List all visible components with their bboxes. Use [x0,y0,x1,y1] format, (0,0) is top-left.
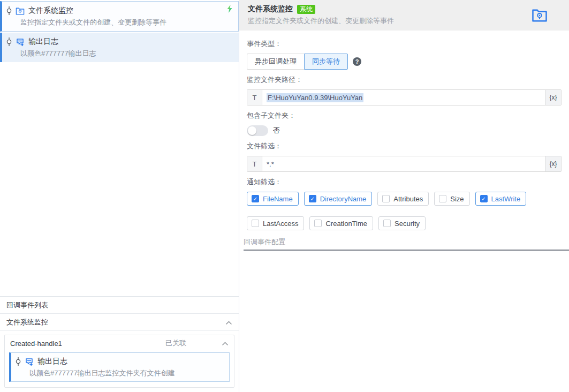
file-filter-input[interactable]: *.* [262,156,545,171]
system-badge: 系统 [297,5,315,14]
step-title: 文件系统监控 [28,6,73,16]
toggle-knob [248,126,256,135]
include-subfolder-row: 否 [247,125,562,136]
checkbox-label: FileName [263,195,293,203]
step-title: 输出日志 [28,37,58,47]
callback-group-file-system-monitor[interactable]: 文件系统监控 [0,314,239,331]
checkbox-unchecked-icon [382,195,390,202]
callback-handle-status-badge: 已关联 [165,338,186,348]
step-title: 输出日志 [37,357,67,366]
step-item-file-system-monitor[interactable]: 文件系统监控 监控指定文件夹或文件的创建、变更删除等事件 [0,1,239,32]
event-type-option-sync[interactable]: 同步等待 [304,54,348,70]
log-output-icon [25,357,34,366]
steps-list: 文件系统监控 监控指定文件夹或文件的创建、变更删除等事件 输出日志 以颜色#77… [0,0,239,63]
text-type-prefix-button[interactable]: T [247,156,262,171]
step-description: 以颜色#777777输出日志监控文件夹有文件创建 [29,369,225,378]
callback-list-title: 回调事件列表 [0,297,239,314]
callback-handle-header[interactable]: Created-handle1 已关联 [5,335,234,351]
app-window: 文件系统监控 监控指定文件夹或文件的创建、变更删除等事件 输出日志 以颜色#77… [0,0,569,392]
folder-monitor-icon [532,7,548,23]
step-description: 监控指定文件夹或文件的创建、变更删除等事件 [20,18,234,27]
command-description: 监控指定文件夹或文件的创建、变更删除等事件 [248,16,532,26]
flow-steps-panel: 文件系统监控 监控指定文件夹或文件的创建、变更删除等事件 输出日志 以颜色#77… [0,0,239,392]
checkbox-label: DirectoryName [320,195,367,203]
checkbox-lastwrite[interactable]: ✓LastWrite [475,192,527,206]
breakpoint-handle-icon[interactable] [6,6,12,16]
checkbox-checked-icon: ✓ [480,195,488,202]
callback-step-output-log[interactable]: 输出日志 以颜色#777777输出日志监控文件夹有文件创建 [9,352,230,382]
callback-config-section-label: 回调事件配置 [244,237,562,247]
callback-event-list-panel: 回调事件列表 文件系统监控 Created-handle1 已关联 输出日志 [0,296,239,392]
text-type-prefix-button[interactable]: T [247,90,262,105]
checkbox-checked-icon: ✓ [252,195,259,202]
chevron-up-icon[interactable] [225,320,232,325]
chevron-up-icon[interactable] [222,341,229,346]
command-title: 文件系统监控 [248,4,293,14]
folder-path-input-group: T F:\HuoYuYan0.9.39\HuoYuYan {x} [247,89,562,105]
steps-empty-area [0,63,239,296]
checkbox-label: CreationTime [325,220,367,228]
checkbox-creationtime[interactable]: CreationTime [309,216,373,230]
help-icon[interactable]: ? [353,57,361,66]
include-subfolder-label: 包含子文件夹： [247,111,562,120]
properties-form: 事件类型： 异步回调处理 同步等待 ? 监控文件夹路径： T F:\HuoYuY… [239,31,569,251]
folder-path-input[interactable]: F:\HuoYuYan0.9.39\HuoYuYan [262,90,545,105]
properties-panel: 文件系统监控 系统 监控指定文件夹或文件的创建、变更删除等事件 事件类型： 异步… [239,0,569,392]
log-output-icon [16,37,25,47]
insert-variable-button[interactable]: {x} [545,90,561,105]
section-divider [244,250,569,251]
event-type-option-async[interactable]: 异步回调处理 [247,54,305,70]
checkbox-checked-icon: ✓ [309,195,316,202]
event-type-label: 事件类型： [247,39,562,49]
folder-monitor-icon [16,6,25,16]
file-filter-label: 文件筛选： [247,141,562,151]
checkbox-label: Size [450,195,464,203]
folder-path-label: 监控文件夹路径： [247,75,562,85]
properties-header: 文件系统监控 系统 监控指定文件夹或文件的创建、变更删除等事件 [239,0,569,31]
checkbox-size[interactable]: Size [434,192,469,206]
notify-filter-options: ✓FileName ✓DirectoryName Attributes Size… [247,192,562,230]
insert-variable-button[interactable]: {x} [545,156,561,171]
callback-handle-box: Created-handle1 已关联 输出日志 以颜色#777777输出日志监… [4,335,234,388]
checkbox-security[interactable]: Security [378,216,426,230]
checkbox-unchecked-icon [439,195,446,202]
step-item-output-log[interactable]: 输出日志 以颜色#777777输出日志 [0,33,239,62]
checkbox-attributes[interactable]: Attributes [377,192,429,206]
checkbox-lastaccess[interactable]: LastAccess [247,216,304,230]
checkbox-unchecked-icon [314,220,322,227]
checkbox-label: Security [394,220,420,228]
include-subfolder-toggle[interactable] [247,125,268,136]
include-subfolder-state: 否 [273,126,280,135]
checkbox-filename[interactable]: ✓FileName [247,192,299,206]
callback-handle-name: Created-handle1 [10,340,62,348]
checkbox-label: LastWrite [491,195,521,203]
folder-path-value: F:\HuoYuYan0.9.39\HuoYuYan [267,93,363,102]
checkbox-unchecked-icon [252,220,259,227]
file-filter-input-group: T *.* {x} [247,156,562,172]
notify-filter-label: 通知筛选： [247,177,562,187]
checkbox-label: LastAccess [263,220,298,228]
step-description: 以颜色#777777输出日志 [20,49,234,58]
callback-group-label: 文件系统监控 [6,318,48,327]
checkbox-label: Attributes [393,195,423,203]
checkbox-unchecked-icon [383,220,391,227]
event-type-segmented: 异步回调处理 同步等待 ? [247,54,562,70]
breakpoint-handle-icon[interactable] [6,37,12,47]
breakpoint-handle-icon[interactable] [16,357,21,366]
lightning-trigger-icon [226,5,233,13]
checkbox-directoryname[interactable]: ✓DirectoryName [304,192,373,206]
file-filter-value: *.* [267,160,274,168]
